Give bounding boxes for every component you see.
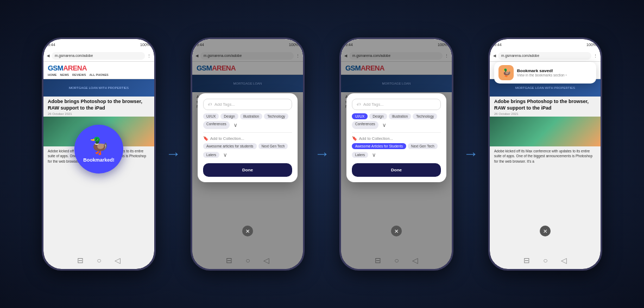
article-date-1: 26 October 2021: [43, 112, 154, 117]
tags-input-3[interactable]: 🏷 Add Tags...: [352, 99, 441, 110]
collection-nextgen-3[interactable]: Next Gen Tech: [408, 143, 438, 149]
bookmarked-overlay: 🦆 Bookmarked!: [74, 125, 123, 174]
article-image-4: [490, 117, 601, 146]
gsmarena-header-1: GSMarena HOME NEWS REVIEWS ALL PHONES: [43, 62, 154, 79]
phone-3: 9:44 100% ◀ m.gsmarena.com/adobe ⋮ GSMar…: [339, 37, 453, 271]
back-nav-4[interactable]: ◁: [561, 256, 567, 265]
collection-students-3[interactable]: Awesome Articles for Students: [352, 143, 406, 149]
bookmark-bird-icon: 🦆: [498, 65, 514, 80]
article-title-4: Adobe brings Photoshop to the browser, R…: [490, 97, 601, 112]
close-circle-2[interactable]: ✕: [242, 226, 253, 236]
status-bar-1: 9:44 100%: [43, 39, 154, 50]
home-nav-1[interactable]: ⊟: [77, 256, 84, 265]
divider-3: [352, 132, 441, 133]
phone-4: 9:44 100% ◀ m.gsmarena.com/adobe ⋮ GSMar…: [488, 37, 602, 271]
phone-2: 9:44 100% ◀ m.gsmarena.com/adobe ⋮ GSMar…: [191, 37, 305, 271]
arrow-3: →: [463, 145, 478, 163]
tag-more-3[interactable]: ∨: [380, 121, 388, 129]
nav-home-1[interactable]: HOME: [48, 73, 57, 76]
tag-technology-3[interactable]: Technology: [413, 113, 437, 119]
nav-bar-1: HOME NEWS REVIEWS ALL PHONES: [48, 73, 150, 76]
gsmarena-logo-1: GSMarena: [48, 64, 150, 72]
phone-1-screen: 9:44 100% ◀ m.gsmarena.com/adobe ⋮ GSMar…: [43, 39, 154, 269]
bottom-nav-4: ⊟ ○ ◁: [490, 256, 601, 265]
bookmark-saved-title: Bookmark saved!: [517, 68, 567, 73]
circle-nav-4[interactable]: ○: [543, 256, 547, 265]
collection-section-label-3: 🔖 Add to Collection...: [352, 136, 441, 141]
tag-more-2[interactable]: ∨: [231, 121, 239, 129]
collection-laters-3[interactable]: Laters: [352, 152, 368, 158]
tag-technology-2[interactable]: Technology: [264, 113, 288, 119]
back-nav-1[interactable]: ◁: [115, 256, 121, 265]
phone-2-screen: 9:44 100% ◀ m.gsmarena.com/adobe ⋮ GSMar…: [192, 39, 303, 269]
collection-label-text-3: Add to Collection...: [359, 136, 393, 141]
time-4: 9:44: [494, 43, 502, 47]
tag-conferences-3[interactable]: Conferences: [352, 121, 378, 129]
tag-uiux-3[interactable]: UI/UX: [352, 113, 368, 119]
article-date-4: 26 October 2021: [490, 112, 601, 117]
collections-area-2: Awesome articles for students Next Gen T…: [203, 143, 292, 159]
article-title-1: Adobe brings Photoshop to the browser, R…: [43, 97, 154, 112]
time-1: 9:44: [48, 43, 55, 47]
back-icon-1[interactable]: ◀: [47, 54, 49, 58]
tags-area-3: UI/UX Design Illustration Technology Con…: [352, 113, 441, 129]
nav-reviews-1[interactable]: REVIEWS: [72, 73, 86, 76]
done-button-3[interactable]: Done: [352, 163, 441, 177]
modal-card-3: 🏷 Add Tags... UI/UX Design Illustration …: [346, 93, 446, 182]
close-circle-3[interactable]: ✕: [391, 226, 402, 236]
circle-nav-1[interactable]: ○: [97, 256, 101, 265]
browser-bar-1: ◀ m.gsmarena.com/adobe ⋮: [43, 50, 154, 62]
tag-uiux-2[interactable]: UI/UX: [203, 113, 219, 119]
done-button-2[interactable]: Done: [203, 163, 292, 177]
url-bar-1[interactable]: m.gsmarena.com/adobe: [52, 52, 145, 60]
bookmark-saved-subtitle: View in the bookmarks section ›: [517, 73, 567, 77]
collection-more-2[interactable]: ∨: [221, 151, 229, 159]
collection-label-text-2: Add to Collection...: [210, 136, 244, 141]
status-bar-4: 9:44 100%: [490, 39, 601, 50]
tags-placeholder-3: Add Tags...: [363, 102, 383, 107]
phone-3-screen: 9:44 100% ◀ m.gsmarena.com/adobe ⋮ GSMar…: [341, 39, 452, 269]
tag-design-2[interactable]: Design: [220, 113, 238, 119]
arrow-1: →: [166, 145, 181, 163]
url-bar-4[interactable]: m.gsmarena.com/adobe: [498, 52, 591, 60]
menu-icon-4[interactable]: ⋮: [594, 54, 597, 58]
collection-section-label-2: 🔖 Add to Collection...: [203, 136, 292, 141]
nav-news-1[interactable]: NEWS: [60, 73, 70, 76]
tag-conferences-2[interactable]: Conferences: [203, 121, 230, 129]
bookmark-saved-notification[interactable]: 🦆 Bookmark saved! View in the bookmarks …: [494, 62, 596, 84]
divider-2: [203, 132, 292, 133]
tag-illustration-3[interactable]: Illustration: [389, 113, 412, 119]
tags-input-2[interactable]: 🏷 Add Tags...: [203, 99, 292, 110]
scene: 9:44 100% ◀ m.gsmarena.com/adobe ⋮ GSMar…: [31, 27, 613, 281]
tags-area-2: UI/UX Design Illustration Technology Con…: [203, 113, 292, 129]
phone-4-screen: 9:44 100% ◀ m.gsmarena.com/adobe ⋮ GSMar…: [490, 39, 601, 269]
collections-area-3: Awesome Articles for Students Next Gen T…: [352, 143, 441, 159]
tag-illustration-2[interactable]: Illustration: [240, 113, 263, 119]
menu-icon-1[interactable]: ⋮: [147, 54, 151, 58]
collection-students-2[interactable]: Awesome articles for students: [203, 143, 257, 149]
bird-icon-1: 🦆: [89, 136, 109, 155]
close-circle-4[interactable]: ✕: [540, 226, 551, 236]
browser-bar-4: ◀ m.gsmarena.com/adobe ⋮: [490, 50, 601, 62]
nav-allphones-1[interactable]: ALL PHONES: [89, 73, 108, 76]
article-text-4: Adobe kicked off its Max conference with…: [490, 146, 601, 165]
modal-card-2: 🏷 Add Tags... UI/UX Design Illustration …: [198, 93, 298, 182]
arrow-2: →: [314, 145, 330, 163]
collection-more-3[interactable]: ∨: [370, 151, 378, 159]
collection-icon-2: 🔖: [203, 136, 209, 141]
collection-icon-3: 🔖: [352, 136, 357, 141]
tag-icon-3: 🏷: [357, 102, 361, 107]
battery-4: 100%: [586, 43, 596, 47]
collection-laters-2[interactable]: Laters: [203, 152, 219, 158]
bookmarked-text: Bookmarked!: [83, 157, 115, 163]
tags-placeholder-2: Add Tags...: [214, 102, 235, 107]
phone-1: 9:44 100% ◀ m.gsmarena.com/adobe ⋮ GSMar…: [42, 37, 156, 271]
back-icon-4[interactable]: ◀: [493, 54, 496, 58]
banner-1: MORTGAGE LOAN WITH PROPERTIES: [43, 79, 154, 97]
tag-icon-2: 🏷: [208, 102, 212, 107]
bookmark-saved-text-block: Bookmark saved! View in the bookmarks se…: [517, 68, 567, 77]
collection-nextgen-2[interactable]: Next Gen Tech: [258, 143, 288, 149]
home-nav-4[interactable]: ⊟: [523, 256, 530, 265]
tag-design-3[interactable]: Design: [369, 113, 387, 119]
battery-1: 100%: [140, 43, 150, 47]
